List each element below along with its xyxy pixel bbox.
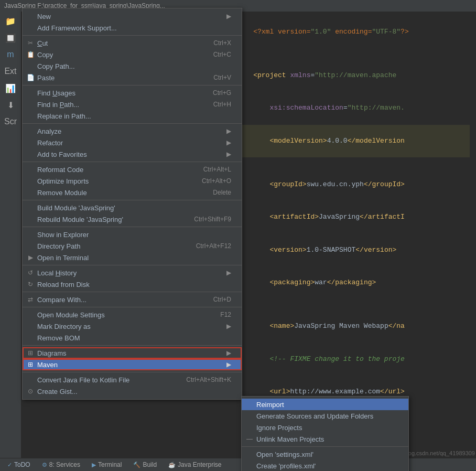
- menu-item-module-settings[interactable]: Open Module Settings F12: [23, 309, 242, 320]
- maven-icon: ⊞: [26, 360, 35, 369]
- separator-8: [23, 292, 242, 292]
- menu-item-optimize[interactable]: Optimize Imports Ctrl+Alt+O: [23, 175, 242, 187]
- code-line-10: <packaging>war</packaging>: [237, 266, 470, 299]
- menu-item-paste[interactable]: 📄 Paste Ctrl+V: [23, 72, 242, 83]
- menu-item-mark-dir[interactable]: Mark Directory as ▶: [23, 320, 242, 332]
- java-enterprise-label: Java Enterprise: [178, 461, 221, 468]
- analyze-arrow-icon: ▶: [216, 127, 231, 135]
- context-menu-main: New ▶ Add Framework Support... ✂ Cut Ctr…: [22, 8, 242, 400]
- remove-module-shortcut: Delete: [202, 189, 231, 196]
- submenu-create-profiles-label: Create 'profiles.xml': [256, 462, 316, 470]
- submenu-create-profiles[interactable]: Create 'profiles.xml': [242, 460, 408, 471]
- code-line-blank2: [237, 157, 470, 168]
- separator-11: [23, 372, 242, 372]
- menu-item-diagrams[interactable]: ⊞ Diagrams ▶: [23, 347, 242, 359]
- menu-item-favorites-label: Add to Favorites: [37, 151, 87, 158]
- menu-item-add-framework-label: Add Framework Support...: [37, 24, 117, 32]
- menu-item-convert-java[interactable]: Convert Java File to Kotlin File Ctrl+Al…: [23, 374, 242, 386]
- menu-item-new[interactable]: New ▶: [23, 10, 242, 22]
- menu-item-module-settings-label: Open Module Settings: [37, 311, 105, 319]
- menu-item-cut-label: ut: [42, 39, 48, 47]
- menu-item-show-explorer[interactable]: Show in Explorer: [23, 229, 242, 240]
- menu-item-optimize-label: Optimize Imports: [37, 177, 89, 185]
- diagrams-arrow-icon: ▶: [216, 349, 231, 357]
- menu-item-open-terminal[interactable]: ▶ Open in Terminal: [23, 252, 242, 263]
- dir-path-shortcut: Ctrl+Alt+F12: [186, 242, 231, 250]
- separator-2: [23, 85, 242, 85]
- menu-item-cut[interactable]: ✂ Cut Ctrl+X: [23, 37, 242, 49]
- sidebar-icon-scr[interactable]: Scr: [3, 114, 18, 129]
- favorites-arrow-icon: ▶: [216, 151, 231, 158]
- menu-item-add-framework[interactable]: Add Framework Support...: [23, 22, 242, 34]
- menu-item-reformat-label: Reformat Code: [37, 166, 83, 174]
- submenu-ignore-projects[interactable]: Ignore Projects: [242, 422, 408, 433]
- menu-item-remove-bom-label: Remove BOM: [37, 334, 80, 342]
- submenu-open-settings-label: Open 'settings.xml': [256, 451, 313, 458]
- submenu-ignore-projects-label: Ignore Projects: [256, 424, 302, 432]
- sidebar-icon-ext[interactable]: Ext: [3, 64, 18, 79]
- menu-item-paste-label: Paste: [37, 74, 55, 82]
- submenu-open-settings[interactable]: Open 'settings.xml': [242, 448, 408, 460]
- submenu-reimport[interactable]: Reimport: [242, 399, 408, 410]
- menu-item-dir-path[interactable]: Directory Path Ctrl+Alt+F12: [23, 240, 242, 252]
- menu-item-create-gist[interactable]: ⊙ Create Gist...: [23, 386, 242, 397]
- menu-item-local-history[interactable]: ↺ Local History ▶: [23, 267, 242, 279]
- sidebar-icon-2[interactable]: 🔲: [3, 30, 18, 45]
- status-tab-todo[interactable]: ✓ ToDO: [2, 459, 36, 470]
- menu-item-compare-label: Compare With...: [37, 296, 86, 304]
- menu-item-copy-path[interactable]: Copy Path...: [23, 60, 242, 72]
- terminal-status-icon: ▶: [92, 462, 96, 468]
- menu-item-build-module-label: Build Module 'JavaSpring': [37, 204, 115, 212]
- menu-item-find-usages[interactable]: Find Usages Ctrl+G: [23, 87, 242, 99]
- todo-icon: ✓: [7, 462, 12, 468]
- sidebar-icon-arrow[interactable]: ⬇: [3, 98, 18, 112]
- menu-item-reformat[interactable]: Reformat Code Ctrl+Alt+L: [23, 164, 242, 175]
- status-tab-build[interactable]: 🔨 Build: [128, 459, 162, 470]
- menu-item-remove-module[interactable]: Remove Module Delete: [23, 187, 242, 198]
- menu-item-remove-bom[interactable]: Remove BOM: [23, 332, 242, 344]
- context-menu-maven-submenu: Reimport Generate Sources and Update Fol…: [241, 396, 409, 471]
- status-tab-terminal[interactable]: ▶ Terminal: [86, 459, 127, 470]
- code-line-blank1: [237, 48, 470, 59]
- menu-item-analyze[interactable]: Analyze ▶: [23, 125, 242, 137]
- menu-item-replace-path[interactable]: Replace in Path...: [23, 110, 242, 122]
- sidebar-icon-project[interactable]: 📁: [3, 14, 18, 28]
- status-tab-java-enterprise[interactable]: ☕ Java Enterprise: [163, 459, 226, 470]
- menu-item-find-path[interactable]: Find in Path... Ctrl+H: [23, 99, 242, 110]
- menu-item-build-module[interactable]: Build Module 'JavaSpring': [23, 202, 242, 213]
- code-line-3: <project xmlns="http://maven.apache: [237, 59, 470, 92]
- menu-item-copy-path-label: Copy Path...: [37, 62, 75, 70]
- menu-item-reload[interactable]: ↻ Reload from Disk: [23, 279, 242, 290]
- todo-label: ToDO: [14, 461, 30, 468]
- reload-icon: ↻: [26, 280, 35, 289]
- menu-item-compare[interactable]: ⇄ Compare With... Ctrl+D: [23, 294, 242, 305]
- menu-item-refactor[interactable]: Refactor ▶: [23, 137, 242, 148]
- status-tab-services[interactable]: ⚙ 8: Services: [37, 459, 85, 470]
- code-line-7: <groupId>swu.edu.cn.yph</groupId>: [237, 168, 470, 201]
- reformat-shortcut: Ctrl+Alt+L: [193, 166, 231, 173]
- separator-6: [23, 227, 242, 227]
- separator-3: [23, 123, 242, 124]
- menu-item-show-explorer-label: Show in Explorer: [37, 231, 89, 239]
- copy-shortcut: Ctrl+C: [203, 51, 231, 58]
- menu-item-favorites[interactable]: Add to Favorites ▶: [23, 148, 242, 160]
- code-line-5: <modelVersion>4.0.0</modelVersion: [237, 125, 470, 157]
- menu-item-create-gist-label: Create Gist...: [37, 388, 78, 395]
- menu-item-maven-label: Maven: [37, 361, 58, 369]
- menu-item-find-path-label: Find in Path...: [37, 101, 79, 109]
- sidebar-icon-maven[interactable]: m: [3, 47, 18, 62]
- separator-7: [23, 265, 242, 265]
- sidebar-icon-chart[interactable]: 📊: [3, 81, 18, 95]
- menu-item-copy[interactable]: 📋 Copy Ctrl+C: [23, 49, 242, 60]
- submenu-generate-sources[interactable]: Generate Sources and Update Folders: [242, 410, 408, 422]
- submenu-unlink-maven[interactable]: — Unlink Maven Projects: [242, 433, 408, 445]
- code-line-4: xsi:schemaLocation="http://maven.: [237, 92, 470, 125]
- sub-separator-1: [242, 446, 408, 447]
- convert-shortcut: Ctrl+Alt+Shift+K: [176, 376, 231, 383]
- menu-item-maven[interactable]: ⊞ Maven ▶: [23, 359, 242, 370]
- menu-item-dir-path-label: Directory Path: [37, 242, 80, 250]
- separator-4: [23, 162, 242, 162]
- separator-9: [23, 307, 242, 307]
- menu-item-local-history-label: Local History: [37, 269, 77, 277]
- menu-item-rebuild-module[interactable]: Rebuild Module 'JavaSpring' Ctrl+Shift+F…: [23, 213, 242, 225]
